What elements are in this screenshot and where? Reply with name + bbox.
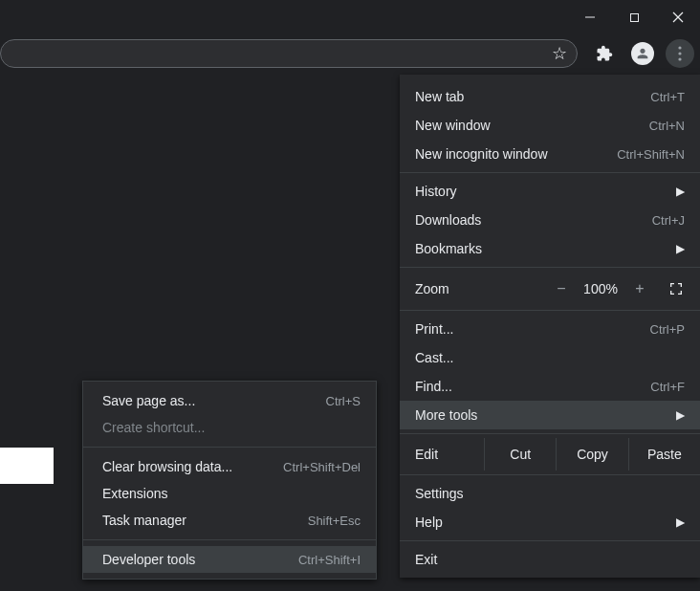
menu-item-shortcut: Ctrl+P — [650, 322, 685, 337]
submenu-arrow-icon: ▶ — [676, 185, 685, 198]
zoom-label: Zoom — [415, 281, 449, 296]
menu-edit: Edit Cut Copy Paste — [400, 438, 700, 471]
cut-button[interactable]: Cut — [484, 438, 556, 471]
menu-item-label: New tab — [415, 89, 464, 104]
menu-new-window[interactable]: New window Ctrl+N — [400, 111, 700, 140]
maximize-icon — [629, 12, 640, 23]
submenu-arrow-icon: ▶ — [676, 515, 685, 529]
menu-item-label: Downloads — [415, 212, 481, 228]
submenu-create-shortcut: Create shortcut... — [83, 414, 376, 441]
submenu-arrow-icon: ▶ — [676, 242, 685, 255]
close-button[interactable] — [656, 0, 700, 34]
menu-cast[interactable]: Cast... — [400, 343, 700, 372]
submenu-developer-tools[interactable]: Developer tools Ctrl+Shift+I — [83, 546, 376, 573]
submenu-item-label: Extensions — [102, 486, 167, 501]
menu-item-label: Settings — [415, 486, 464, 501]
submenu-item-label: Create shortcut... — [102, 420, 205, 435]
menu-more-tools[interactable]: More tools ▶ — [400, 401, 700, 429]
svg-point-6 — [678, 57, 681, 60]
maximize-button[interactable] — [612, 0, 656, 34]
white-decoration — [0, 448, 54, 484]
zoom-percentage: 100% — [578, 281, 623, 296]
star-icon[interactable]: ☆ — [552, 43, 567, 64]
main-menu-button[interactable] — [666, 39, 694, 68]
submenu-item-label: Clear browsing data... — [102, 459, 232, 474]
window-titlebar — [0, 0, 700, 34]
menu-item-label: Exit — [415, 552, 437, 567]
submenu-item-label: Developer tools — [102, 552, 195, 567]
submenu-item-shortcut: Ctrl+S — [326, 394, 361, 408]
menu-item-label: Cast... — [415, 350, 453, 365]
menu-downloads[interactable]: Downloads Ctrl+J — [400, 206, 700, 234]
menu-item-shortcut: Ctrl+T — [650, 90, 685, 104]
svg-point-4 — [678, 46, 681, 49]
puzzle-icon — [596, 45, 613, 62]
address-bar[interactable]: ☆ — [0, 39, 578, 68]
menu-item-shortcut: Ctrl+J — [652, 213, 685, 228]
menu-item-label: More tools — [415, 407, 477, 423]
avatar-icon — [631, 42, 654, 65]
menu-item-shortcut: Ctrl+N — [649, 119, 685, 133]
submenu-arrow-icon: ▶ — [676, 408, 685, 422]
menu-item-shortcut: Ctrl+Shift+N — [617, 147, 685, 162]
menu-settings[interactable]: Settings — [400, 479, 700, 508]
zoom-in-button[interactable]: + — [623, 274, 656, 303]
edit-label: Edit — [415, 447, 484, 462]
submenu-item-shortcut: Ctrl+Shift+Del — [283, 460, 361, 474]
menu-new-tab[interactable]: New tab Ctrl+T — [400, 82, 700, 111]
menu-item-label: Help — [415, 514, 443, 530]
svg-rect-1 — [630, 13, 638, 21]
menu-help[interactable]: Help ▶ — [400, 508, 700, 536]
submenu-item-label: Save page as... — [102, 393, 195, 408]
zoom-out-button[interactable]: − — [545, 274, 578, 303]
menu-history[interactable]: History ▶ — [400, 177, 700, 206]
menu-zoom: Zoom − 100% + — [400, 272, 700, 306]
submenu-extensions[interactable]: Extensions — [83, 480, 376, 507]
paste-button[interactable]: Paste — [628, 438, 700, 471]
submenu-task-manager[interactable]: Task manager Shift+Esc — [83, 507, 376, 534]
main-menu: New tab Ctrl+T New window Ctrl+N New inc… — [400, 75, 700, 578]
menu-print[interactable]: Print... Ctrl+P — [400, 315, 700, 343]
submenu-save-page[interactable]: Save page as... Ctrl+S — [83, 387, 376, 414]
browser-toolbar: ☆ — [0, 34, 700, 73]
fullscreen-icon — [668, 281, 684, 296]
menu-item-shortcut: Ctrl+F — [650, 380, 685, 394]
svg-point-5 — [678, 52, 681, 55]
menu-item-label: Find... — [415, 379, 452, 394]
extensions-button[interactable] — [589, 38, 620, 69]
menu-item-label: Print... — [415, 321, 453, 337]
menu-item-label: New window — [415, 118, 491, 133]
copy-button[interactable]: Copy — [556, 438, 627, 471]
menu-item-label: Bookmarks — [415, 241, 482, 256]
menu-item-label: History — [415, 184, 457, 199]
submenu-item-label: Task manager — [102, 513, 186, 528]
menu-new-incognito[interactable]: New incognito window Ctrl+Shift+N — [400, 140, 700, 168]
fullscreen-button[interactable] — [660, 274, 692, 303]
submenu-item-shortcut: Shift+Esc — [308, 514, 361, 528]
profile-button[interactable] — [627, 38, 658, 69]
menu-bookmarks[interactable]: Bookmarks ▶ — [400, 234, 700, 263]
menu-find[interactable]: Find... Ctrl+F — [400, 372, 700, 401]
submenu-clear-browsing-data[interactable]: Clear browsing data... Ctrl+Shift+Del — [83, 453, 376, 480]
close-icon — [672, 11, 684, 23]
menu-exit[interactable]: Exit — [400, 545, 700, 574]
more-tools-submenu: Save page as... Ctrl+S Create shortcut..… — [82, 381, 377, 580]
minimize-button[interactable] — [568, 0, 612, 34]
menu-item-label: New incognito window — [415, 146, 548, 162]
minimize-icon — [584, 11, 596, 23]
kebab-icon — [678, 46, 682, 61]
submenu-item-shortcut: Ctrl+Shift+I — [298, 553, 361, 567]
